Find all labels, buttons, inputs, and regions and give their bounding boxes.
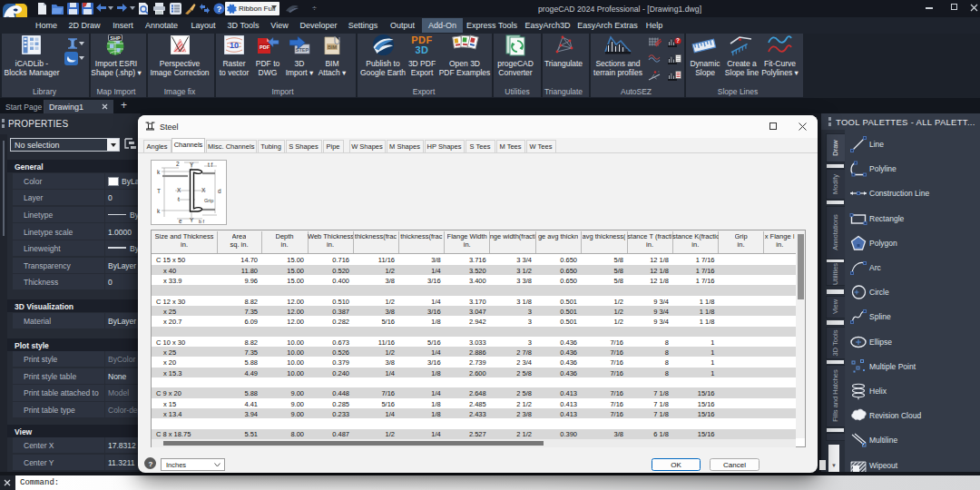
svg-text:10: 10 xyxy=(230,41,239,50)
svg-text:Grip: Grip xyxy=(204,198,213,203)
svg-text:BIM: BIM xyxy=(328,44,338,50)
svg-text:t f: t f xyxy=(208,162,213,168)
svg-text:k: k xyxy=(157,169,161,175)
svg-text:SHP: SHP xyxy=(110,35,121,41)
svg-text:X: X xyxy=(177,187,181,193)
svg-text:b f: b f xyxy=(199,219,205,224)
svg-text:PDF: PDF xyxy=(260,44,270,50)
svg-text:d: d xyxy=(218,188,221,194)
svg-text:t: t xyxy=(178,196,180,202)
svg-text:Y: Y xyxy=(190,162,194,168)
svg-text:°: ° xyxy=(658,70,660,74)
svg-text:?: ? xyxy=(217,5,222,14)
svg-text:e: e xyxy=(179,218,182,224)
svg-text:k: k xyxy=(157,208,161,214)
svg-text:?: ? xyxy=(676,37,680,44)
svg-text:Y: Y xyxy=(190,217,194,223)
svg-text:X: X xyxy=(201,187,206,193)
svg-text:T: T xyxy=(157,188,161,194)
svg-text:2: 2 xyxy=(176,161,180,167)
